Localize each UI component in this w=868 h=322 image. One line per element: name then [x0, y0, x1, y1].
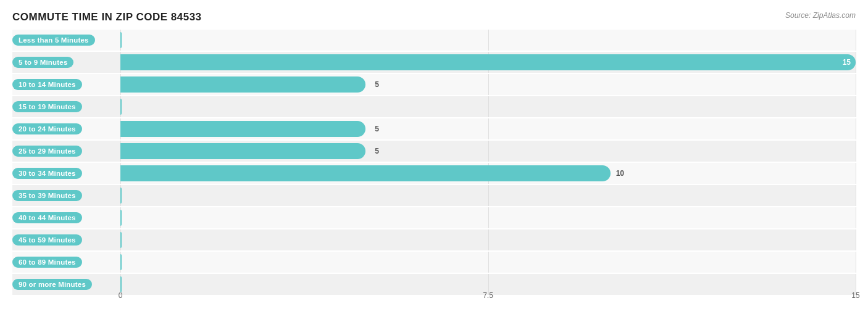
- bar-label-pill: 60 to 89 Minutes: [12, 257, 82, 268]
- bar-track: 10: [120, 163, 856, 184]
- bar-label: 20 to 24 Minutes: [12, 123, 120, 134]
- bar-row: 15 to 19 Minutes: [12, 96, 856, 117]
- bar-value: 10: [616, 169, 624, 178]
- bar-label: 10 to 14 Minutes: [12, 79, 120, 90]
- bar-label: Less than 5 Minutes: [12, 35, 120, 46]
- bar-label: 60 to 89 Minutes: [12, 257, 120, 268]
- bar-label-pill: 10 to 14 Minutes: [12, 79, 82, 90]
- bar-fill: [120, 276, 122, 292]
- bar-fill: 15: [120, 54, 856, 70]
- bar-label-pill: 40 to 44 Minutes: [12, 212, 82, 223]
- bar-track: [120, 252, 856, 273]
- bar-fill: 5: [120, 121, 365, 137]
- chart-header: COMMUTE TIME IN ZIP CODE 84533 Source: Z…: [12, 11, 856, 23]
- bar-label-pill: Less than 5 Minutes: [12, 35, 95, 46]
- bar-row: 20 to 24 Minutes5: [12, 118, 856, 139]
- bar-value: 5: [375, 80, 379, 89]
- bar-value: 15: [843, 58, 851, 67]
- bar-fill: [120, 99, 122, 115]
- bar-label-pill: 30 to 34 Minutes: [12, 168, 82, 179]
- bar-label: 90 or more Minutes: [12, 279, 120, 290]
- bar-row: 25 to 29 Minutes5: [12, 141, 856, 162]
- chart-container: COMMUTE TIME IN ZIP CODE 84533 Source: Z…: [0, 0, 868, 322]
- bar-value: 5: [375, 125, 379, 133]
- bar-track: 5: [120, 118, 856, 139]
- bar-label-pill: 25 to 29 Minutes: [12, 146, 82, 157]
- bar-row: 45 to 59 Minutes: [12, 229, 856, 250]
- bar-fill: [120, 188, 122, 204]
- bar-fill: 5: [120, 76, 365, 93]
- bar-label-pill: 45 to 59 Minutes: [12, 234, 82, 246]
- bar-label: 30 to 34 Minutes: [12, 168, 120, 179]
- bar-fill: 5: [120, 143, 365, 159]
- bar-track: [120, 229, 856, 250]
- bar-track: 15: [120, 52, 856, 73]
- bar-label-pill: 90 or more Minutes: [12, 279, 92, 290]
- bar-row: 40 to 44 Minutes: [12, 207, 856, 228]
- bar-fill: [120, 232, 122, 248]
- bar-fill: 10: [120, 165, 611, 181]
- bar-track: [120, 185, 856, 206]
- bar-fill: [120, 32, 122, 48]
- bar-label: 5 to 9 Minutes: [12, 57, 120, 68]
- bar-track: [120, 96, 856, 117]
- bar-row: Less than 5 Minutes: [12, 30, 856, 51]
- bar-label: 45 to 59 Minutes: [12, 234, 120, 246]
- bar-track: 5: [120, 141, 856, 162]
- bar-fill: [120, 210, 122, 226]
- bar-label-pill: 15 to 19 Minutes: [12, 101, 82, 112]
- bar-label: 15 to 19 Minutes: [12, 101, 120, 112]
- bar-track: [120, 207, 856, 228]
- bars-area: Less than 5 Minutes5 to 9 Minutes1510 to…: [12, 30, 856, 289]
- bar-row: 30 to 34 Minutes10: [12, 163, 856, 184]
- bar-label: 25 to 29 Minutes: [12, 146, 120, 157]
- bar-label-pill: 5 to 9 Minutes: [12, 57, 73, 68]
- bar-value: 5: [375, 147, 379, 155]
- bar-fill: [120, 254, 122, 270]
- chart-title: COMMUTE TIME IN ZIP CODE 84533: [12, 11, 202, 23]
- bar-row: 60 to 89 Minutes: [12, 252, 856, 273]
- chart-source: Source: ZipAtlas.com: [785, 11, 856, 20]
- bar-label: 35 to 39 Minutes: [12, 190, 120, 201]
- bar-label-pill: 35 to 39 Minutes: [12, 190, 82, 201]
- bar-row: 35 to 39 Minutes: [12, 185, 856, 206]
- bar-row: 10 to 14 Minutes5: [12, 74, 856, 95]
- bar-track: [120, 30, 856, 51]
- bar-row: 5 to 9 Minutes15: [12, 52, 856, 73]
- bar-label: 40 to 44 Minutes: [12, 212, 120, 223]
- bar-label-pill: 20 to 24 Minutes: [12, 123, 82, 134]
- bar-track: 5: [120, 74, 856, 95]
